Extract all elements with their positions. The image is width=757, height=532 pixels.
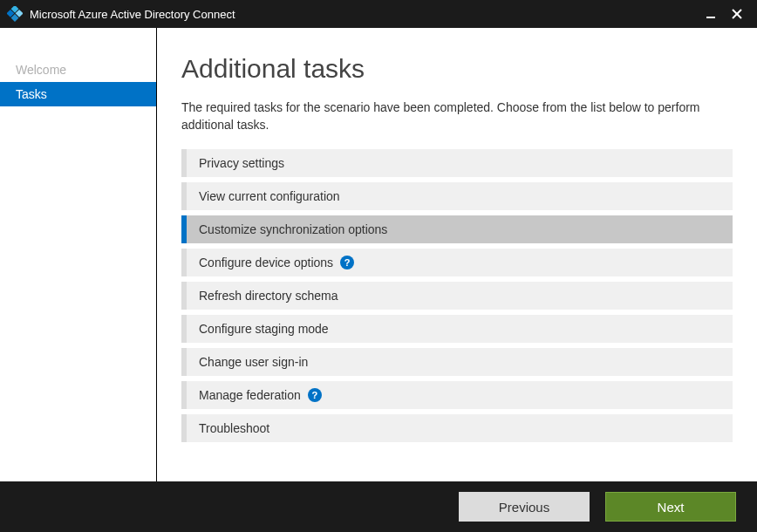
titlebar: Microsoft Azure Active Directory Connect bbox=[0, 0, 757, 28]
task-label: Refresh directory schema bbox=[199, 289, 338, 303]
help-icon[interactable]: ? bbox=[340, 256, 354, 269]
window-title: Microsoft Azure Active Directory Connect bbox=[30, 8, 235, 21]
task-indicator bbox=[181, 149, 187, 177]
task-customize-synchronization-options[interactable]: Customize synchronization options bbox=[181, 215, 733, 243]
task-privacy-settings[interactable]: Privacy settings bbox=[181, 149, 733, 177]
button-label: Previous bbox=[499, 500, 549, 515]
task-list: Privacy settings View current configurat… bbox=[181, 149, 733, 442]
azure-logo-icon bbox=[7, 6, 23, 22]
task-label: Customize synchronization options bbox=[199, 222, 387, 236]
task-view-current-configuration[interactable]: View current configuration bbox=[181, 182, 733, 210]
page-description: The required tasks for the scenario have… bbox=[181, 99, 733, 133]
svg-rect-4 bbox=[706, 17, 715, 18]
help-icon[interactable]: ? bbox=[308, 388, 322, 402]
task-indicator bbox=[181, 215, 187, 243]
next-button[interactable]: Next bbox=[605, 492, 736, 522]
task-indicator bbox=[181, 282, 187, 310]
task-label: Privacy settings bbox=[199, 156, 284, 170]
task-change-user-sign-in[interactable]: Change user sign-in bbox=[181, 348, 733, 376]
task-label: Configure staging mode bbox=[199, 322, 329, 336]
sidebar-item-welcome[interactable]: Welcome bbox=[0, 58, 156, 82]
button-label: Next bbox=[658, 500, 685, 515]
task-indicator bbox=[181, 414, 187, 442]
task-indicator bbox=[181, 381, 187, 409]
task-refresh-directory-schema[interactable]: Refresh directory schema bbox=[181, 282, 733, 310]
sidebar-item-label: Welcome bbox=[16, 63, 66, 77]
task-indicator bbox=[181, 348, 187, 376]
footer: Previous Next bbox=[0, 481, 757, 532]
task-indicator bbox=[181, 315, 187, 343]
task-indicator bbox=[181, 182, 187, 210]
previous-button[interactable]: Previous bbox=[459, 492, 590, 522]
task-configure-device-options[interactable]: Configure device options ? bbox=[181, 249, 733, 276]
task-indicator bbox=[181, 249, 187, 276]
task-troubleshoot[interactable]: Troubleshoot bbox=[181, 414, 733, 442]
task-label: Troubleshoot bbox=[199, 421, 269, 435]
close-button[interactable] bbox=[724, 0, 750, 28]
sidebar: Welcome Tasks bbox=[0, 28, 157, 481]
task-label: View current configuration bbox=[199, 189, 340, 203]
task-configure-staging-mode[interactable]: Configure staging mode bbox=[181, 315, 733, 343]
sidebar-item-label: Tasks bbox=[16, 87, 47, 101]
task-label: Manage federation bbox=[199, 388, 301, 402]
minimize-button[interactable] bbox=[698, 0, 724, 28]
page-heading: Additional tasks bbox=[181, 54, 733, 84]
task-label: Change user sign-in bbox=[199, 355, 308, 369]
task-manage-federation[interactable]: Manage federation ? bbox=[181, 381, 733, 409]
task-label: Configure device options bbox=[199, 256, 333, 269]
sidebar-item-tasks[interactable]: Tasks bbox=[0, 82, 156, 106]
main-content: Additional tasks The required tasks for … bbox=[157, 28, 757, 481]
